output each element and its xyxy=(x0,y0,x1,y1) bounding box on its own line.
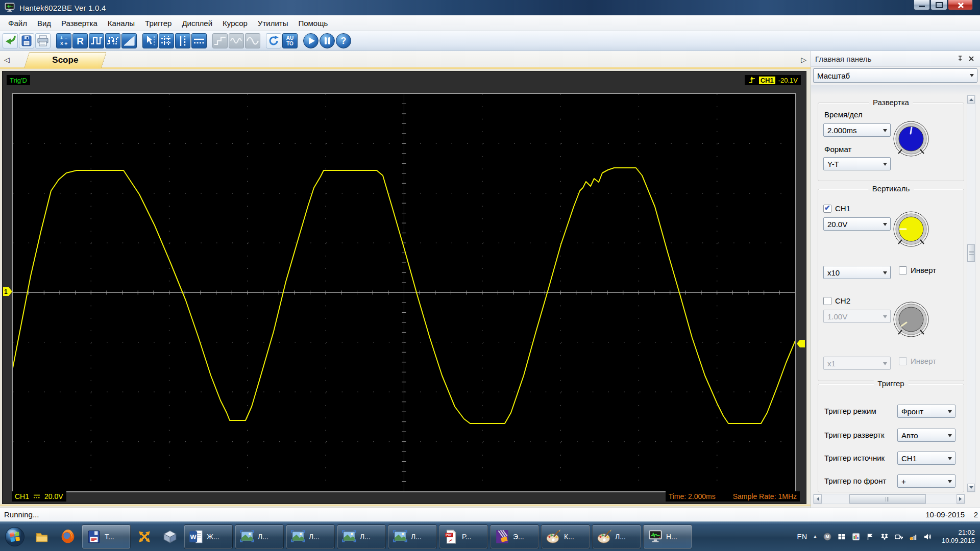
tray-power-icon[interactable] xyxy=(895,532,903,541)
time-div-select[interactable]: 2.000ms xyxy=(823,123,891,137)
help-button[interactable]: ? xyxy=(336,33,351,48)
scroll-right-button[interactable] xyxy=(957,494,965,504)
scroll-left-button[interactable] xyxy=(814,494,822,504)
menu-item-view[interactable]: Вид xyxy=(32,17,56,30)
tray-dropbox-icon[interactable] xyxy=(880,532,889,541)
taskbar-button-word[interactable]: WЖ... xyxy=(184,524,233,549)
grid-display-button[interactable] xyxy=(159,33,174,48)
print-icon xyxy=(36,34,50,47)
taskbar-button-virtualbox[interactable] xyxy=(158,524,182,549)
scroll-down-button[interactable] xyxy=(967,484,975,492)
close-button[interactable] xyxy=(948,0,973,10)
ch2-checkbox[interactable] xyxy=(823,297,831,305)
taskbar-button-hantek-scope[interactable]: Н... xyxy=(643,524,692,549)
clock[interactable]: 21:0210.09.2015 xyxy=(942,529,975,545)
print-button[interactable] xyxy=(35,33,51,48)
panel-mode-select[interactable]: Масштаб xyxy=(813,68,977,83)
sine-wave-button[interactable] xyxy=(245,33,260,48)
taskbar-button-photo-4[interactable]: Л... xyxy=(388,524,437,549)
ch1-invert-checkbox[interactable] xyxy=(899,266,907,274)
reference-wave-button[interactable]: R xyxy=(72,33,88,48)
horizontal-scrollbar[interactable] xyxy=(813,494,965,504)
tab-scroll-right-icon[interactable]: ▷ xyxy=(801,56,806,64)
trigger-level-marker[interactable] xyxy=(797,340,805,347)
tray-expand-icon[interactable]: ▲ xyxy=(813,534,818,539)
timebase-knob[interactable] xyxy=(893,120,929,157)
maximize-button[interactable] xyxy=(930,0,947,10)
ch1-position-knob[interactable] xyxy=(893,211,929,247)
vertical-cursors-button[interactable] xyxy=(175,33,190,48)
taskbar-button-pdf-reader[interactable]: PDFР... xyxy=(439,524,488,549)
cursor-measure-button[interactable] xyxy=(142,33,158,48)
refresh-button[interactable] xyxy=(266,33,281,48)
vertical-scroll-thumb[interactable] xyxy=(967,244,975,262)
horizontal-scroll-thumb[interactable] xyxy=(849,494,926,504)
status-date: 10-09-2015 xyxy=(925,510,965,519)
tab-scroll-left-icon[interactable]: ◁ xyxy=(4,56,10,64)
tray-windows-icon[interactable] xyxy=(838,532,846,541)
tab-scope[interactable]: Scope xyxy=(24,52,107,68)
pause-button[interactable] xyxy=(320,33,335,48)
ramp-wave-button[interactable] xyxy=(121,33,137,48)
sine-wave-small-button[interactable] xyxy=(229,33,244,48)
menu-item-utilities[interactable]: Утилиты xyxy=(253,17,293,30)
taskbar-button-firefox[interactable] xyxy=(56,524,80,549)
trigger-group: Триггер Триггер режим Фронт Триггер разв… xyxy=(818,384,964,492)
step-wave-button[interactable] xyxy=(212,33,228,48)
tray-messenger-icon[interactable]: M xyxy=(823,532,832,541)
pulse-measure-button[interactable] xyxy=(105,33,120,48)
ch1-checkbox[interactable]: ✔ xyxy=(823,205,831,213)
run-button[interactable] xyxy=(303,33,318,48)
language-indicator[interactable]: EN xyxy=(797,533,807,541)
math-operations-button[interactable]: + −× ÷ xyxy=(56,33,71,48)
trigger-sweep-select[interactable]: Авто xyxy=(897,429,955,442)
vertical-scrollbar[interactable] xyxy=(967,95,975,492)
tray-volume-icon[interactable] xyxy=(923,532,932,541)
menu-item-help[interactable]: Помощь xyxy=(293,17,333,30)
ch2-volts-select[interactable]: 1.00V xyxy=(823,310,891,323)
taskbar-button-photo-1[interactable]: Л... xyxy=(235,524,284,549)
menu-item-file[interactable]: Файл xyxy=(3,17,32,30)
ch2-position-knob[interactable] xyxy=(893,301,929,338)
trigger-slope-select[interactable]: + xyxy=(897,474,955,488)
scroll-up-button[interactable] xyxy=(967,95,975,104)
trigger-mode-select[interactable]: Фронт xyxy=(897,405,955,418)
tray-stats-icon[interactable] xyxy=(852,532,861,541)
taskbar-button-djvu-viewer[interactable]: Э... xyxy=(490,524,539,549)
ch2-probe-select[interactable]: x1 xyxy=(823,357,891,370)
taskbar-button-photo-2[interactable]: Л... xyxy=(286,524,335,549)
taskbar-button-paint-2[interactable]: Л... xyxy=(592,524,641,549)
ramp-wave-icon xyxy=(122,34,136,47)
menu-item-sweep[interactable]: Развертка xyxy=(56,17,103,30)
taskbar-button-arrows-app[interactable] xyxy=(133,524,156,549)
pin-icon[interactable] xyxy=(955,54,965,63)
horizontal-cursors-button[interactable] xyxy=(191,33,207,48)
open-file-button[interactable] xyxy=(3,33,18,48)
ch2-invert-checkbox[interactable] xyxy=(899,357,907,365)
ch1-probe-select[interactable]: x10 xyxy=(823,266,891,279)
ch1-position-marker[interactable]: 1 xyxy=(3,287,12,296)
sample-rate-value: Sample Rate: 1MHz xyxy=(733,492,797,500)
auto-setup-button[interactable]: AUTO xyxy=(282,33,298,48)
sine-wave-small-icon xyxy=(230,34,243,47)
menu-item-trigger[interactable]: Триггер xyxy=(140,17,177,30)
taskbar-button-explorer[interactable] xyxy=(31,524,54,549)
trigger-source-select[interactable]: CH1 xyxy=(897,452,955,465)
panel-close-icon[interactable] xyxy=(967,54,976,63)
menu-item-channels[interactable]: Каналы xyxy=(103,17,140,30)
taskbar-button-paint-1[interactable]: К... xyxy=(541,524,590,549)
scope-plot[interactable] xyxy=(12,93,796,492)
maximize-icon xyxy=(936,2,943,8)
taskbar-button-photo-3[interactable]: Л... xyxy=(337,524,386,549)
taskbar-button-floppy-app[interactable]: Т... xyxy=(82,524,131,549)
taskbar-button-start[interactable] xyxy=(2,524,28,549)
format-select[interactable]: Y-T xyxy=(823,157,891,170)
tray-flag-icon[interactable] xyxy=(866,532,875,541)
tray-network-icon[interactable] xyxy=(909,532,918,541)
save-file-button[interactable] xyxy=(19,33,34,48)
ch1-volts-select[interactable]: 20.0V xyxy=(823,217,891,231)
menu-item-cursor[interactable]: Курсор xyxy=(217,17,253,30)
pulse-wave-button[interactable] xyxy=(89,33,104,48)
menu-item-display[interactable]: Дисплей xyxy=(177,17,217,30)
minimize-button[interactable] xyxy=(914,0,930,10)
